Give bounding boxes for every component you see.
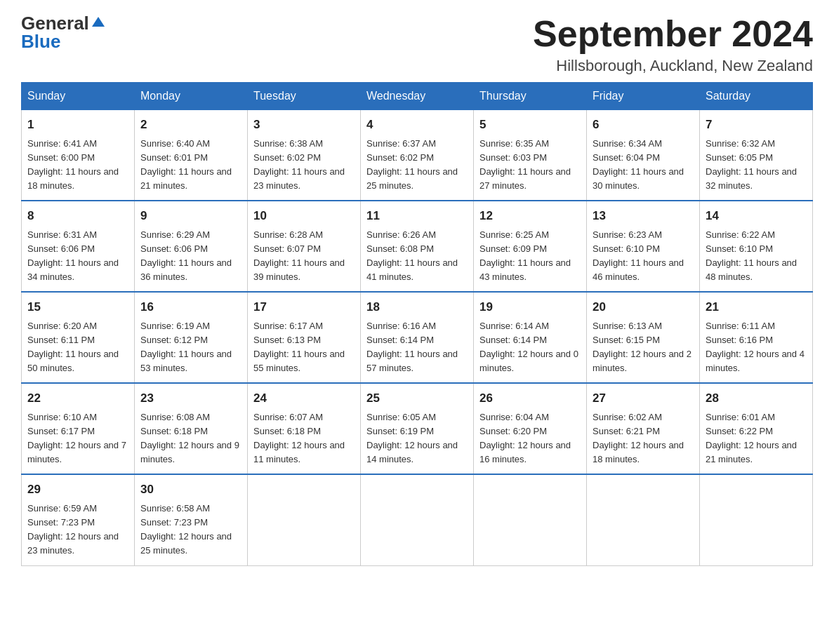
day-info: Sunrise: 6:23 AMSunset: 6:10 PMDaylight:…: [593, 229, 684, 282]
calendar-day-cell: 5 Sunrise: 6:35 AMSunset: 6:03 PMDayligh…: [474, 110, 587, 201]
calendar-day-cell: 24 Sunrise: 6:07 AMSunset: 6:18 PMDaylig…: [248, 383, 361, 474]
day-info: Sunrise: 6:17 AMSunset: 6:13 PMDaylight:…: [253, 321, 345, 373]
day-info: Sunrise: 6:35 AMSunset: 6:03 PMDaylight:…: [479, 138, 571, 191]
calendar-day-cell: 18 Sunrise: 6:16 AMSunset: 6:14 PMDaylig…: [361, 292, 474, 383]
day-number: 20: [593, 298, 694, 316]
calendar-day-cell: 2 Sunrise: 6:40 AMSunset: 6:01 PMDayligh…: [135, 110, 248, 201]
calendar-day-cell: 8 Sunrise: 6:31 AMSunset: 6:06 PMDayligh…: [22, 201, 135, 292]
calendar-day-cell: 15 Sunrise: 6:20 AMSunset: 6:11 PMDaylig…: [22, 292, 135, 383]
calendar-day-cell: 27 Sunrise: 6:02 AMSunset: 6:21 PMDaylig…: [587, 383, 700, 474]
day-info: Sunrise: 6:28 AMSunset: 6:07 PMDaylight:…: [253, 229, 345, 282]
day-number: 26: [479, 389, 581, 408]
day-info: Sunrise: 6:38 AMSunset: 6:02 PMDaylight:…: [253, 138, 345, 191]
day-number: 7: [706, 116, 807, 134]
day-info: Sunrise: 6:32 AMSunset: 6:05 PMDaylight:…: [706, 138, 797, 191]
day-number: 21: [706, 298, 807, 316]
day-info: Sunrise: 6:05 AMSunset: 6:19 PMDaylight:…: [366, 412, 458, 464]
calendar-day-cell: 20 Sunrise: 6:13 AMSunset: 6:15 PMDaylig…: [587, 292, 700, 383]
day-number: 12: [479, 207, 581, 225]
calendar-day-cell: 11 Sunrise: 6:26 AMSunset: 6:08 PMDaylig…: [361, 201, 474, 292]
calendar-day-cell: 1 Sunrise: 6:41 AMSunset: 6:00 PMDayligh…: [22, 110, 135, 201]
calendar-week-row: 8 Sunrise: 6:31 AMSunset: 6:06 PMDayligh…: [22, 201, 813, 292]
calendar-day-cell: 29 Sunrise: 6:59 AMSunset: 7:23 PMDaylig…: [22, 474, 135, 565]
day-number: 9: [140, 207, 241, 225]
svg-marker-0: [92, 17, 105, 27]
day-number: 27: [593, 389, 694, 408]
day-info: Sunrise: 6:34 AMSunset: 6:04 PMDaylight:…: [593, 138, 684, 191]
calendar-day-cell: [587, 474, 700, 565]
day-number: 8: [27, 207, 128, 225]
logo-blue: Blue: [21, 32, 60, 51]
day-info: Sunrise: 6:29 AMSunset: 6:06 PMDaylight:…: [140, 229, 232, 282]
calendar-day-cell: [474, 474, 587, 565]
calendar-day-cell: [361, 474, 474, 565]
day-number: 2: [140, 116, 241, 134]
day-info: Sunrise: 6:19 AMSunset: 6:12 PMDaylight:…: [140, 321, 232, 373]
day-info: Sunrise: 6:40 AMSunset: 6:01 PMDaylight:…: [140, 138, 232, 191]
day-number: 6: [593, 116, 694, 134]
day-info: Sunrise: 6:04 AMSunset: 6:20 PMDaylight:…: [479, 412, 571, 464]
day-number: 28: [706, 389, 807, 408]
calendar-day-cell: 21 Sunrise: 6:11 AMSunset: 6:16 PMDaylig…: [700, 292, 813, 383]
header-friday: Friday: [587, 83, 700, 110]
day-info: Sunrise: 6:25 AMSunset: 6:09 PMDaylight:…: [479, 229, 571, 282]
header-thursday: Thursday: [474, 83, 587, 110]
header-wednesday: Wednesday: [361, 83, 474, 110]
title-section: September 2024 Hillsborough, Auckland, N…: [533, 14, 813, 75]
calendar-day-cell: 7 Sunrise: 6:32 AMSunset: 6:05 PMDayligh…: [700, 110, 813, 201]
calendar-day-cell: 6 Sunrise: 6:34 AMSunset: 6:04 PMDayligh…: [587, 110, 700, 201]
calendar-day-cell: 23 Sunrise: 6:08 AMSunset: 6:18 PMDaylig…: [135, 383, 248, 474]
day-number: 11: [366, 207, 468, 225]
day-info: Sunrise: 6:10 AMSunset: 6:17 PMDaylight:…: [27, 412, 126, 464]
calendar-day-cell: 12 Sunrise: 6:25 AMSunset: 6:09 PMDaylig…: [474, 201, 587, 292]
day-info: Sunrise: 6:14 AMSunset: 6:14 PMDaylight:…: [479, 321, 578, 373]
day-number: 24: [253, 389, 355, 408]
calendar-day-cell: 19 Sunrise: 6:14 AMSunset: 6:14 PMDaylig…: [474, 292, 587, 383]
day-number: 3: [253, 116, 355, 134]
day-info: Sunrise: 6:11 AMSunset: 6:16 PMDaylight:…: [706, 321, 805, 373]
page-header: General Blue September 2024 Hillsborough…: [21, 14, 813, 75]
calendar-day-cell: 26 Sunrise: 6:04 AMSunset: 6:20 PMDaylig…: [474, 383, 587, 474]
day-number: 25: [366, 389, 468, 408]
day-number: 18: [366, 298, 468, 316]
day-number: 1: [27, 116, 128, 134]
header-sunday: Sunday: [22, 83, 135, 110]
day-info: Sunrise: 6:41 AMSunset: 6:00 PMDaylight:…: [27, 138, 119, 191]
calendar-day-cell: 13 Sunrise: 6:23 AMSunset: 6:10 PMDaylig…: [587, 201, 700, 292]
logo-general: General: [21, 14, 89, 32]
calendar-week-row: 15 Sunrise: 6:20 AMSunset: 6:11 PMDaylig…: [22, 292, 813, 383]
calendar-day-cell: 3 Sunrise: 6:38 AMSunset: 6:02 PMDayligh…: [248, 110, 361, 201]
day-number: 23: [140, 389, 241, 408]
logo-triangle-icon: [91, 14, 106, 29]
calendar-week-row: 22 Sunrise: 6:10 AMSunset: 6:17 PMDaylig…: [22, 383, 813, 474]
calendar-day-cell: [700, 474, 813, 565]
day-number: 13: [593, 207, 694, 225]
calendar-week-row: 1 Sunrise: 6:41 AMSunset: 6:00 PMDayligh…: [22, 110, 813, 201]
day-number: 19: [479, 298, 581, 316]
day-number: 14: [706, 207, 807, 225]
day-info: Sunrise: 6:13 AMSunset: 6:15 PMDaylight:…: [593, 321, 691, 373]
day-number: 22: [27, 389, 128, 408]
calendar-title: September 2024: [533, 14, 813, 54]
day-info: Sunrise: 6:02 AMSunset: 6:21 PMDaylight:…: [593, 412, 684, 464]
day-info: Sunrise: 6:37 AMSunset: 6:02 PMDaylight:…: [366, 138, 458, 191]
calendar-day-cell: 17 Sunrise: 6:17 AMSunset: 6:13 PMDaylig…: [248, 292, 361, 383]
calendar-day-cell: 25 Sunrise: 6:05 AMSunset: 6:19 PMDaylig…: [361, 383, 474, 474]
calendar-day-cell: 4 Sunrise: 6:37 AMSunset: 6:02 PMDayligh…: [361, 110, 474, 201]
day-number: 10: [253, 207, 355, 225]
day-number: 4: [366, 116, 468, 134]
day-info: Sunrise: 6:58 AMSunset: 7:23 PMDaylight:…: [140, 503, 232, 556]
day-info: Sunrise: 6:26 AMSunset: 6:08 PMDaylight:…: [366, 229, 458, 282]
header-saturday: Saturday: [700, 83, 813, 110]
calendar-day-cell: 14 Sunrise: 6:22 AMSunset: 6:10 PMDaylig…: [700, 201, 813, 292]
day-number: 17: [253, 298, 355, 316]
day-number: 15: [27, 298, 128, 316]
calendar-header-row: SundayMondayTuesdayWednesdayThursdayFrid…: [22, 83, 813, 110]
calendar-day-cell: 30 Sunrise: 6:58 AMSunset: 7:23 PMDaylig…: [135, 474, 248, 565]
calendar-day-cell: 28 Sunrise: 6:01 AMSunset: 6:22 PMDaylig…: [700, 383, 813, 474]
day-number: 5: [479, 116, 581, 134]
day-number: 29: [27, 481, 128, 499]
day-info: Sunrise: 6:07 AMSunset: 6:18 PMDaylight:…: [253, 412, 345, 464]
calendar-day-cell: 9 Sunrise: 6:29 AMSunset: 6:06 PMDayligh…: [135, 201, 248, 292]
calendar-day-cell: 16 Sunrise: 6:19 AMSunset: 6:12 PMDaylig…: [135, 292, 248, 383]
